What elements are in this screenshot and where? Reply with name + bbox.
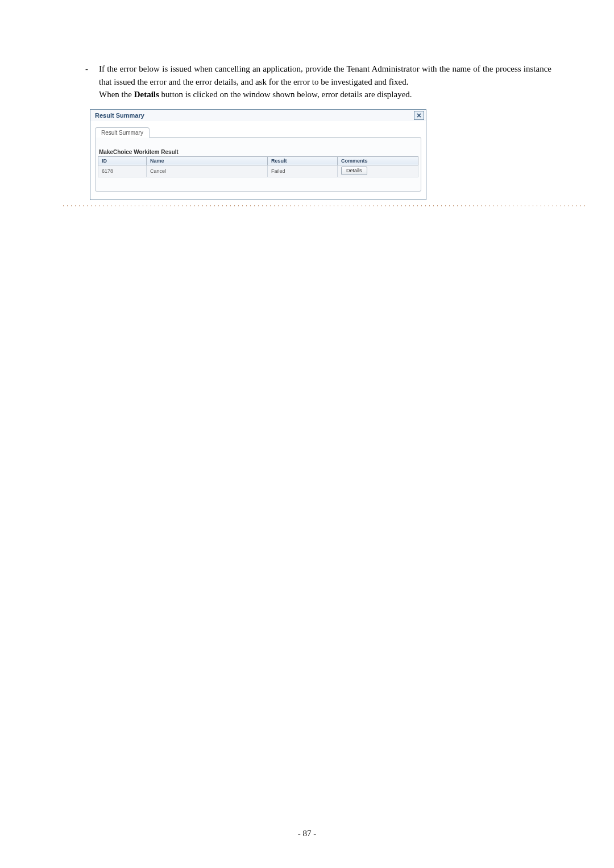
instruction-paragraph: - If the error below is issued when canc… [85,63,551,101]
instruction-line-1: If the error below is issued when cancel… [99,64,551,86]
window-titlebar: Result Summary [90,110,426,121]
cell-comments: Details [338,165,418,177]
details-button[interactable]: Details [341,167,367,175]
result-table: ID Name Result Comments 6178 Cancel Fail… [98,156,418,177]
dotted-divider [61,205,587,207]
col-name: Name [147,156,268,165]
bullet-dash: - [85,63,99,101]
details-bold-word: Details [134,90,159,99]
page-number: - 87 - [0,829,614,838]
instruction-line-2-pre: When the [99,90,134,99]
table-row: 6178 Cancel Failed Details [98,165,418,177]
close-button[interactable] [414,111,424,120]
col-comments: Comments [338,156,418,165]
col-id: ID [98,156,147,165]
table-header-row: ID Name Result Comments [98,156,418,165]
cell-id: 6178 [98,165,147,177]
col-result: Result [268,156,338,165]
window-title: Result Summary [95,112,144,119]
result-summary-window: Result Summary Result Summary MakeChoice… [90,109,426,200]
tab-result-summary[interactable]: Result Summary [95,127,150,138]
section-title: MakeChoice Workitem Result [98,149,418,156]
cell-result: Failed [268,165,338,177]
cell-name: Cancel [147,165,268,177]
close-icon [416,113,422,118]
instruction-line-2-post: button is clicked on the window shown be… [159,90,412,99]
tab-panel: MakeChoice Workitem Result ID Name Resul… [95,137,421,192]
